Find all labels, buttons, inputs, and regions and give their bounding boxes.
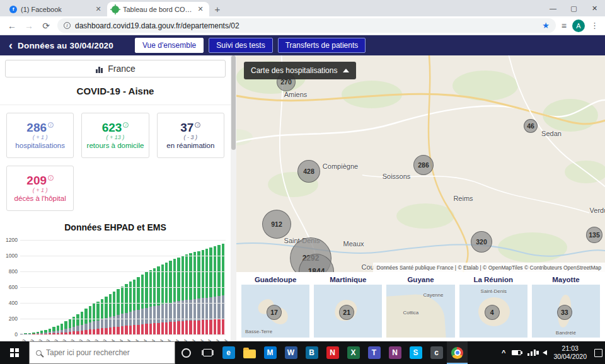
france-link[interactable]: France [5,60,226,77]
stat-card-deces: 209i ( + 1 ) décès à l'hôpital [6,166,74,211]
scrollbar-thumb[interactable] [231,55,236,150]
cortana-button[interactable] [175,341,197,364]
reading-list-icon[interactable]: ≡ [562,21,567,31]
taskbar-app-mail[interactable]: M [260,341,280,364]
info-icon[interactable]: i [48,175,54,181]
stat-delta: ( + 13 ) [107,134,125,140]
overseas-card-la-réunion[interactable]: La RéunionSaint-Denis4 [459,275,527,338]
info-icon[interactable]: i [195,122,200,128]
url-field[interactable]: i dashboard.covid19.data.gouv.fr/departe… [57,18,556,33]
gridline [20,287,226,288]
taskbar-search[interactable] [29,341,175,364]
taskbar-app-skype[interactable]: S [405,341,426,364]
info-icon[interactable]: i [123,122,129,128]
hospitalisations-bubble[interactable]: 21 [339,305,354,320]
bookmark-star-icon[interactable]: ★ [542,21,550,30]
taskbar-app-file-explorer[interactable] [239,341,260,364]
minimize-button[interactable]: — [543,0,563,16]
volume-icon[interactable] [543,350,547,355]
site-info-icon[interactable]: i [64,22,71,29]
bar-segment-serie-verte [105,297,107,318]
x-axis-tick: 11/03 [13,338,27,341]
nav-vue-densemble[interactable]: Vue d'ensemble [135,38,204,53]
map-layer-toggle[interactable]: Carte des hospitalisations [244,62,356,79]
info-icon[interactable]: i [48,122,54,128]
network-icon[interactable] [527,350,536,356]
hospitalisations-bubble[interactable]: 912 [262,210,291,239]
place-label: Saint-Denis [481,288,507,294]
action-center-icon[interactable] [594,349,602,357]
hospitalisations-bubble[interactable]: 286 [413,155,434,175]
stat-card-hospitalisations: 286i ( + 1 ) hospitalisations [6,113,74,158]
city-label: Reims [453,195,473,202]
back-icon[interactable]: ← [6,21,18,31]
hospitalisations-bubble[interactable]: 33 [557,305,572,320]
taskbar-app-word[interactable]: W [280,341,301,364]
bar-segment-serie-rouge [137,325,139,335]
nav-suivi-des-tests[interactable]: Suivi des tests [209,38,272,53]
stat-value: 623i [102,122,129,134]
chevron-left-icon[interactable]: ‹ [9,40,13,51]
refresh-icon[interactable]: ⟳ [40,21,52,31]
chart-plot-area [20,240,226,334]
taskbar-app-edge[interactable]: e [218,341,239,364]
hidden-icons-chevron[interactable]: ^ [502,349,505,356]
hospitalisations-bubble[interactable]: 46 [524,119,538,133]
bar-segment-serie-verte [121,287,124,314]
data-date-label[interactable]: Données au 30/04/2020 [18,41,113,50]
close-icon[interactable]: ✕ [94,5,103,13]
nav-transferts-de-patients[interactable]: Transferts de patients [278,38,366,53]
taskbar-app-chrome[interactable] [447,341,468,364]
taskbar-app-teams[interactable]: T [364,341,384,364]
y-axis-tick: 1200 [0,237,18,243]
search-input[interactable] [46,348,153,357]
start-button[interactable] [0,341,29,364]
bar-segment-serie-rouge [133,325,135,334]
battery-icon[interactable] [512,350,521,355]
taskbar-app-bing[interactable]: B [301,341,322,364]
hospitalisations-map[interactable]: AmiensSedanCompiègneSoissonsReimsMeauxSa… [236,55,605,272]
overseas-card-guyane[interactable]: GuyaneCayenneCottica [386,275,454,338]
city-label: Sedan [541,130,562,137]
hospitalisations-bubble[interactable]: 4 [485,305,500,320]
tab-facebook[interactable]: f (1) Facebook ✕ [5,2,107,16]
close-window-button[interactable]: ✕ [584,0,605,16]
stat-value: 209i [26,174,54,187]
gridline [20,319,226,319]
map-toggle-label: Carte des hospitalisations [251,66,337,75]
overseas-card-guadeloupe[interactable]: GuadeloupeBasse-Terre17 [241,275,309,338]
hospitalisations-bubble[interactable]: 17 [267,305,282,320]
hospitalisations-bubble[interactable]: 320 [471,231,492,253]
bar-segment-serie-rouge [89,329,91,334]
bar-segment-serie-rouge [105,328,107,334]
taskbar-app-excel[interactable]: X [343,341,364,364]
new-tab-button[interactable]: + [209,2,226,16]
overseas-card-martinique[interactable]: Martinique21 [314,275,382,338]
bar-segment-serie-verte [169,261,171,303]
panel-scrollbar[interactable] [231,55,236,341]
page-title: COVID-19 - Aisne [0,86,231,105]
bar-segment-serie-rouge [153,323,156,334]
forward-icon[interactable]: → [23,21,35,31]
bar-segment-serie-grise [217,296,220,319]
browser-tabstrip: f (1) Facebook ✕ Tableau de bord COVID-1… [0,0,605,16]
overseas-card-mayotte[interactable]: MayotteBandrélé33 [532,275,600,338]
taskbar-clock[interactable]: 21:03 30/04/2020 [553,344,587,361]
maximize-button[interactable]: ▢ [563,0,584,16]
hospitalisations-bubble[interactable]: 135 [586,227,602,243]
task-view-button[interactable] [197,341,218,364]
profile-avatar[interactable]: A [572,20,585,32]
chart-bar [81,312,83,334]
chart-bar [157,266,159,334]
bar-segment-serie-verte [113,292,115,316]
taskbar-app-netflix[interactable]: N [322,341,343,364]
tab-covid-dashboard[interactable]: Tableau de bord COVID-19 Suivi ✕ [107,2,209,16]
map-attribution[interactable]: Données Santé publique France | © Etalab… [373,263,605,272]
taskbar-app-onenote[interactable]: N [384,341,405,364]
city-label: Soissons [383,173,411,180]
hospitalisations-bubble[interactable]: 428 [297,160,320,183]
taskbar-app-app-c[interactable]: c [426,341,447,364]
close-icon[interactable]: ✕ [196,5,205,13]
browser-menu-icon[interactable]: ⋮ [591,21,599,30]
bar-segment-serie-grise [125,313,127,326]
